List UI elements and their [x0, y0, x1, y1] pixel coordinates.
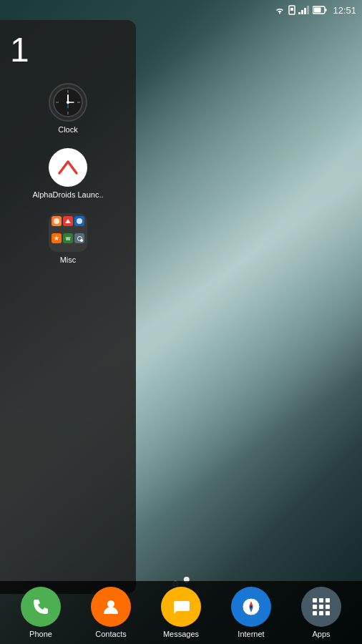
status-time: 12:51	[333, 5, 356, 16]
contacts-label: Contacts	[95, 630, 126, 638]
misc-folder-icon: W	[49, 213, 87, 252]
battery-icon	[313, 6, 327, 14]
svg-rect-2	[290, 8, 293, 11]
apps-icon	[301, 587, 341, 627]
slide-panel: 1 Clock	[0, 20, 136, 594]
clock-app-label: Clock	[58, 125, 78, 134]
date-widget: 1	[0, 27, 136, 76]
svg-rect-6	[307, 6, 309, 14]
status-icons: 12:51	[274, 5, 356, 16]
signal-icon	[298, 6, 310, 14]
svg-point-19	[54, 153, 82, 182]
dock-item-internet[interactable]: Internet	[222, 587, 280, 638]
alphadroids-app-item[interactable]: AlphaDroids Launc..	[0, 141, 136, 206]
dock: Phone Contacts Messages	[0, 581, 362, 644]
svg-rect-3	[298, 12, 300, 14]
messages-label: Messages	[163, 630, 199, 638]
dock-item-apps[interactable]: Apps	[293, 587, 350, 638]
wifi-icon	[274, 6, 285, 14]
dock-item-contacts[interactable]: Contacts	[82, 587, 140, 638]
svg-point-20	[107, 600, 114, 608]
svg-point-25	[250, 605, 253, 608]
clock-app-item[interactable]: Clock	[0, 76, 136, 141]
svg-point-18	[67, 101, 69, 104]
alphadroids-app-label: AlphaDroids Launc..	[32, 190, 103, 199]
phone-label: Phone	[29, 630, 52, 638]
svg-rect-4	[301, 10, 303, 14]
alphadroids-icon	[49, 148, 87, 187]
internet-icon	[231, 587, 271, 627]
internet-label: Internet	[238, 630, 264, 638]
svg-point-0	[279, 13, 280, 14]
apps-label: Apps	[312, 630, 330, 638]
phone-icon	[21, 587, 61, 627]
status-bar: 12:51	[0, 0, 362, 20]
svg-rect-8	[326, 9, 327, 11]
svg-rect-5	[304, 8, 306, 14]
dock-item-phone[interactable]: Phone	[12, 587, 69, 638]
contacts-icon	[91, 587, 131, 627]
dock-item-messages[interactable]: Messages	[152, 587, 210, 638]
clock-icon-widget	[49, 83, 87, 122]
misc-app-item[interactable]: W Misc	[0, 206, 136, 271]
messages-icon	[161, 587, 201, 627]
sim-icon	[288, 5, 295, 15]
svg-rect-9	[314, 8, 321, 13]
apps-grid	[313, 598, 330, 615]
misc-app-label: Misc	[60, 255, 77, 264]
